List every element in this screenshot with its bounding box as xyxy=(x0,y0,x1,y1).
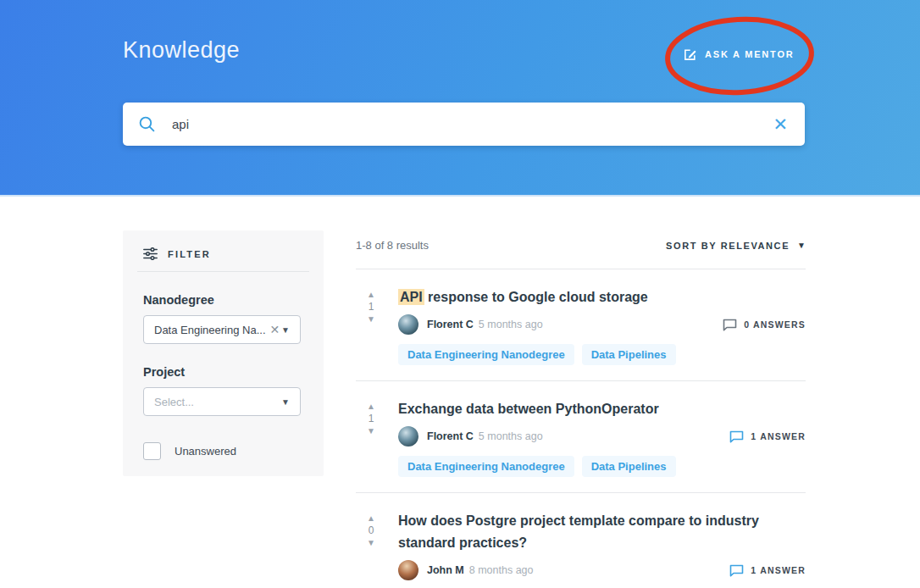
avatar xyxy=(398,560,418,580)
post-time: 5 months ago xyxy=(479,319,543,330)
upvote-icon[interactable]: ▲ xyxy=(367,289,375,300)
chevron-down-icon: ▼ xyxy=(281,397,290,407)
downvote-icon[interactable]: ▼ xyxy=(367,425,375,436)
chevron-down-icon: ▼ xyxy=(281,325,290,335)
filter-panel: FILTER Nanodegree Data Engineering Na...… xyxy=(123,230,324,476)
tag-chip[interactable]: Data Pipelines xyxy=(582,344,676,365)
question-row: ▲ 0 ▼ How does Postgre project template … xyxy=(356,493,806,588)
avatar xyxy=(398,314,418,335)
unanswered-label: Unanswered xyxy=(175,445,236,458)
clear-search-icon[interactable]: ✕ xyxy=(771,115,790,133)
results-list: 1-8 of 8 results SORT BY RELEVANCE ▼ ▲ 1… xyxy=(356,232,806,588)
speech-bubble-icon xyxy=(723,319,737,331)
sort-label: SORT BY RELEVANCE xyxy=(666,241,790,251)
nanodegree-selected-value: Data Engineering Na... xyxy=(154,324,266,336)
answers-badge: 1 ANSWER xyxy=(729,564,806,577)
filter-heading: FILTER xyxy=(123,230,324,271)
speech-bubble-icon xyxy=(729,564,744,577)
unanswered-checkbox[interactable] xyxy=(143,442,161,460)
post-time: 8 months ago xyxy=(469,564,534,576)
project-field-label: Project xyxy=(143,365,324,379)
chevron-down-icon: ▼ xyxy=(797,241,806,250)
author-name: Florent C xyxy=(427,430,474,442)
question-row: ▲ 1 ▼ Exchange data between PythonOperat… xyxy=(356,381,806,493)
sort-by-relevance[interactable]: SORT BY RELEVANCE ▼ xyxy=(666,241,806,251)
author-name: Florent C xyxy=(427,319,474,330)
question-title[interactable]: How does Postgre project template compar… xyxy=(398,510,806,554)
vote-control: ▲ 1 ▼ xyxy=(356,398,386,477)
ask-a-mentor-button[interactable]: ASK A MENTOR xyxy=(683,42,795,66)
author-name: John M xyxy=(427,564,464,576)
downvote-icon[interactable]: ▼ xyxy=(367,313,375,325)
filter-label: FILTER xyxy=(168,249,211,259)
remove-nanodegree-icon[interactable]: ✕ xyxy=(270,323,280,336)
ask-a-mentor-label: ASK A MENTOR xyxy=(705,49,795,59)
tag-chip[interactable]: Data Engineering Nanodegree xyxy=(398,344,574,365)
vote-count: 1 xyxy=(369,412,374,425)
vote-control: ▲ 0 ▼ xyxy=(356,510,386,588)
compose-icon xyxy=(683,47,697,62)
answers-badge: 1 ANSWER xyxy=(729,430,806,443)
answers-count: 1 ANSWER xyxy=(751,565,806,575)
divider xyxy=(137,271,309,272)
vote-control: ▲ 1 ▼ xyxy=(356,286,386,365)
vote-count: 0 xyxy=(369,524,374,537)
answers-count: 1 ANSWER xyxy=(751,431,806,441)
search-match-highlight: API xyxy=(398,289,424,305)
page-title: Knowledge xyxy=(123,37,240,64)
answers-badge: 0 ANSWERS xyxy=(723,319,806,331)
question-title[interactable]: API response to Google cloud storage xyxy=(398,286,806,308)
avatar xyxy=(398,426,418,447)
nanodegree-select[interactable]: Data Engineering Na... ✕ ▼ xyxy=(143,315,301,344)
project-placeholder: Select... xyxy=(154,396,194,408)
speech-bubble-icon xyxy=(729,430,744,443)
nanodegree-field-label: Nanodegree xyxy=(143,293,324,307)
search-icon xyxy=(138,115,156,133)
vote-count: 1 xyxy=(369,300,374,313)
question-title[interactable]: Exchange data between PythonOperator xyxy=(398,398,806,420)
project-select[interactable]: Select... ▼ xyxy=(143,387,301,416)
downvote-icon[interactable]: ▼ xyxy=(367,537,375,548)
tag-chip[interactable]: Data Pipelines xyxy=(582,456,676,477)
tag-chip[interactable]: Data Engineering Nanodegree xyxy=(398,456,574,477)
unanswered-filter[interactable]: Unanswered xyxy=(143,442,324,460)
results-header: 1-8 of 8 results SORT BY RELEVANCE ▼ xyxy=(356,232,806,269)
upvote-icon[interactable]: ▲ xyxy=(367,401,375,412)
upvote-icon[interactable]: ▲ xyxy=(367,513,375,524)
page-header: Knowledge ASK A MENTOR ✕ xyxy=(0,0,920,197)
post-time: 5 months ago xyxy=(479,430,543,442)
results-count: 1-8 of 8 results xyxy=(356,239,429,252)
sliders-icon xyxy=(143,247,158,260)
question-row: ▲ 1 ▼ API response to Google cloud stora… xyxy=(356,269,806,381)
answers-count: 0 ANSWERS xyxy=(744,319,806,330)
search-bar: ✕ xyxy=(123,103,805,146)
search-input[interactable] xyxy=(172,117,771,131)
